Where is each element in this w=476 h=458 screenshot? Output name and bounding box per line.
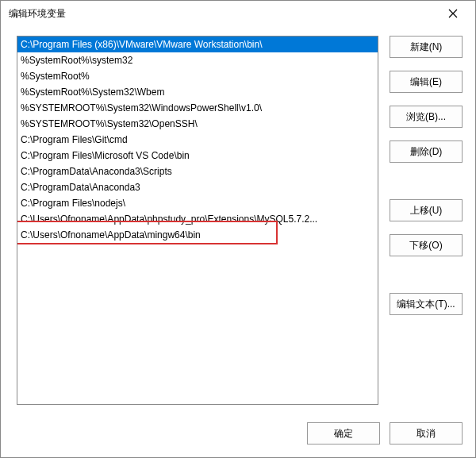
dialog-content: C:\Program Files (x86)\VMware\VMware Wor… bbox=[1, 26, 475, 413]
path-list-row[interactable]: %SystemRoot% bbox=[17, 68, 378, 84]
path-listbox[interactable]: C:\Program Files (x86)\VMware\VMware Wor… bbox=[17, 36, 378, 405]
cancel-button[interactable]: 取消 bbox=[390, 422, 463, 445]
browse-button[interactable]: 浏览(B)... bbox=[390, 106, 463, 128]
titlebar: 编辑环境变量 bbox=[1, 1, 475, 26]
dialog-title: 编辑环境变量 bbox=[9, 7, 66, 21]
path-list-row[interactable]: C:\ProgramData\Anaconda3\Scripts bbox=[17, 164, 378, 179]
path-list-row[interactable]: C:\Program Files\Microsoft VS Code\bin bbox=[17, 148, 378, 164]
path-list-row[interactable]: C:\Program Files\Git\cmd bbox=[17, 132, 378, 148]
dialog-footer: 确定 取消 bbox=[1, 413, 475, 457]
path-list-row[interactable]: C:\ProgramData\Anaconda3 bbox=[17, 179, 378, 195]
move-down-button[interactable]: 下移(O) bbox=[390, 234, 463, 256]
delete-button[interactable]: 删除(D) bbox=[390, 140, 463, 163]
close-button[interactable] bbox=[437, 4, 469, 23]
path-list-row[interactable]: %SystemRoot%\System32\Wbem bbox=[17, 84, 378, 100]
close-icon bbox=[448, 9, 458, 18]
move-up-button[interactable]: 上移(U) bbox=[390, 199, 463, 221]
path-list-row[interactable]: %SYSTEMROOT%\System32\WindowsPowerShell\… bbox=[17, 100, 378, 116]
ok-button[interactable]: 确定 bbox=[307, 422, 380, 445]
new-button[interactable]: 新建(N) bbox=[390, 36, 463, 58]
path-list-row[interactable]: C:\Users\Ofnoname\AppData\phpstudy_pro\E… bbox=[17, 211, 378, 227]
path-list-row[interactable]: %SystemRoot%\system32 bbox=[17, 52, 378, 68]
button-column: 新建(N) 编辑(E) 浏览(B)... 删除(D) 上移(U) 下移(O) 编… bbox=[390, 36, 463, 405]
edit-button[interactable]: 编辑(E) bbox=[390, 71, 463, 93]
path-list-row[interactable]: C:\Program Files (x86)\VMware\VMware Wor… bbox=[17, 37, 378, 52]
edit-env-var-dialog: 编辑环境变量 C:\Program Files (x86)\VMware\VMw… bbox=[0, 0, 476, 458]
edit-text-button[interactable]: 编辑文本(T)... bbox=[390, 293, 463, 315]
path-list-row[interactable]: %SYSTEMROOT%\System32\OpenSSH\ bbox=[17, 116, 378, 132]
path-list-row[interactable]: C:\Program Files\nodejs\ bbox=[17, 195, 378, 211]
path-list-row[interactable]: C:\Users\Ofnoname\AppData\mingw64\bin bbox=[17, 227, 378, 243]
